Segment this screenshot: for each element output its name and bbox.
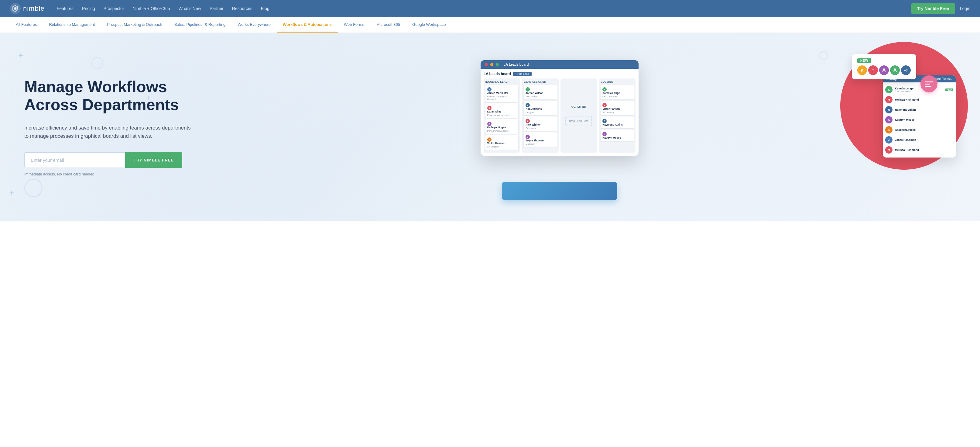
add-lead-button[interactable]: + Add Lead — [513, 72, 531, 76]
kanban-card: V Victor Hansen Art Director — [601, 101, 634, 115]
deco-plus-1: + — [18, 51, 23, 60]
window-dot-green — [496, 63, 499, 66]
sec-nav-all-features[interactable]: All Features — [10, 18, 43, 32]
col-incoming-header: Incoming Lead — [485, 80, 519, 83]
nav-blog[interactable]: Blog — [261, 6, 269, 11]
blue-card — [502, 182, 617, 200]
rp-row: K Kamala LangeCEO Founder NEW — [885, 85, 953, 95]
rp-row: K Kathryn Mcgee — [885, 115, 953, 125]
right-panel-body: K Kamala LangeCEO Founder NEW M Melissa … — [883, 82, 956, 158]
rp-row: R Raymond Atkins — [885, 105, 953, 115]
avatar-k: K — [857, 65, 867, 75]
chat-line-1 — [925, 81, 933, 82]
logo[interactable]: nimble — [10, 3, 45, 14]
avatar-img1 — [879, 65, 889, 75]
window-dot-yellow — [490, 63, 493, 66]
try-nimble-free-button[interactable]: Try Nimble Free — [911, 3, 955, 14]
nav-whats-new[interactable]: What's New — [179, 6, 201, 11]
chat-line-3 — [925, 86, 931, 87]
board-header-row: LA Leads board + Add Lead — [484, 72, 635, 76]
top-navigation: nimble Features Pricing Prospector Nimbl… — [0, 0, 980, 17]
dashboard-title: LA Leads board — [504, 63, 529, 66]
nimble-logo-icon — [10, 3, 21, 14]
deco-plus-2: + — [9, 188, 14, 197]
kanban-card: K Kathryn Mogan Partnership Manager — [485, 119, 519, 134]
kanban-card: R Raymond Atkins — [601, 117, 634, 128]
window-dot-red — [485, 63, 488, 66]
kanban-card: K Karan Sims Program Manager at... — [485, 104, 519, 118]
kanban-card: J Jordan Wilson Web Analyst — [524, 85, 557, 99]
rp-avatar: M — [885, 96, 892, 104]
sec-nav-web-forms[interactable]: Web Forms — [338, 18, 370, 32]
avatar-img2 — [890, 65, 900, 75]
new-card-avatars: K T +3 — [857, 65, 911, 75]
board-columns: Incoming Lead J James McAllister Product… — [484, 78, 635, 153]
rp-avatar: K — [885, 116, 892, 123]
kanban-card: A Alex Whitten Developer — [524, 117, 557, 131]
hero-title: Manage Workflows Across Departments — [24, 78, 471, 114]
svg-point-1 — [14, 7, 16, 10]
logo-text: nimble — [23, 5, 45, 13]
board-name: LA Leads board — [484, 72, 511, 76]
chat-line-2 — [925, 84, 930, 85]
hero-disclaimer: Immediate access. No credit card needed. — [24, 172, 471, 176]
rp-avatar: R — [885, 106, 892, 113]
rp-row: J Janas Randolph — [885, 135, 953, 145]
col-qualified-header: Qualified — [571, 105, 586, 108]
sec-nav-workflows-automations[interactable]: Workflows & Automations — [277, 18, 338, 32]
kanban-card: J James McAllister Product Manager at Mi… — [485, 85, 519, 102]
sec-nav-relationship-mgmt[interactable]: Relationship Management — [43, 18, 101, 32]
rp-avatar: K — [885, 86, 892, 93]
kanban-card: K Kathryn Mcgee — [601, 129, 634, 141]
deco-circle-1 — [24, 179, 43, 197]
kanban-card: J Joyce Thomson Manager — [524, 132, 557, 147]
avatar-t: T — [868, 65, 878, 75]
chat-lines-icon — [923, 80, 934, 88]
new-badge: NEW — [857, 58, 871, 63]
col-assigned-header: Lead Assigned — [524, 80, 557, 83]
rp-avatar: J — [885, 136, 892, 144]
sec-nav-sales-pipelines[interactable]: Sales, Pipelines, & Reporting — [168, 18, 231, 32]
nav-right-actions: Try Nimble Free Login — [911, 3, 970, 14]
nav-partner[interactable]: Partner — [210, 6, 224, 11]
avatar-plus3: +3 — [901, 65, 911, 75]
hero-section: + + + + Manage Workflows Across Departme… — [0, 33, 980, 221]
dashboard-body: LA Leads board + Add Lead Incoming Lead … — [480, 69, 638, 156]
sec-nav-prospect-marketing[interactable]: Prospect Marketing & Outreach — [101, 18, 168, 32]
sec-nav-microsoft365[interactable]: Microsoft 365 — [370, 18, 406, 32]
sec-nav-google-workspace[interactable]: Google Workspace — [406, 18, 452, 32]
col-closing-header: Closing — [601, 80, 634, 83]
rp-badge-new: NEW — [945, 88, 953, 91]
col-closing: Closing K Kamala Lange CEO, Founder V Vi… — [599, 78, 635, 153]
secondary-navigation: All Features Relationship Management Pro… — [0, 17, 980, 33]
nav-features[interactable]: Features — [57, 6, 73, 11]
nav-prospector[interactable]: Prospector — [103, 6, 124, 11]
nav-links: Features Pricing Prospector Nimble + Off… — [57, 6, 911, 11]
sec-nav-works-everywhere[interactable]: Works Everywhere — [231, 18, 277, 32]
svg-point-3 — [894, 69, 896, 70]
email-input[interactable] — [24, 152, 125, 168]
rp-avatar: M — [885, 146, 892, 153]
kanban-card: A Ada Jinktons Designer — [524, 101, 557, 115]
hero-cta-button[interactable]: TRY NIMBLE FREE — [125, 152, 182, 168]
rp-avatar: A — [885, 126, 892, 134]
nav-pricing[interactable]: Pricing — [82, 6, 95, 11]
hero-content: Manage Workflows Across Departments Incr… — [24, 78, 471, 177]
new-badge-card: NEW K T +3 — [852, 54, 916, 79]
kanban-card: K Kamala Lange CEO, Founder — [601, 85, 634, 99]
svg-point-2 — [883, 69, 885, 70]
col-qualified: Qualified Drop Lead Here — [560, 78, 597, 153]
rp-row: A Andreana Hicks — [885, 125, 953, 135]
rp-row: M Melissa Richmond — [885, 145, 953, 155]
col-lead-assigned: Lead Assigned J Jordan Wilson Web Analys… — [522, 78, 558, 153]
login-link[interactable]: Login — [960, 6, 970, 11]
nav-resources[interactable]: Resources — [232, 6, 253, 11]
chat-bubble — [920, 75, 937, 93]
deco-circle-2 — [91, 57, 103, 69]
drop-zone: Drop Lead Here — [565, 116, 592, 126]
col-incoming-lead: Incoming Lead J James McAllister Product… — [484, 78, 520, 153]
right-panel-card: Settings Configure Fields ▸ K Kamala Lan… — [883, 75, 956, 158]
nav-nimble-office365[interactable]: Nimble + Office 365 — [133, 6, 170, 11]
rp-row: M Melissa Richmond — [885, 95, 953, 105]
hero-email-form: TRY NIMBLE FREE — [24, 152, 182, 168]
